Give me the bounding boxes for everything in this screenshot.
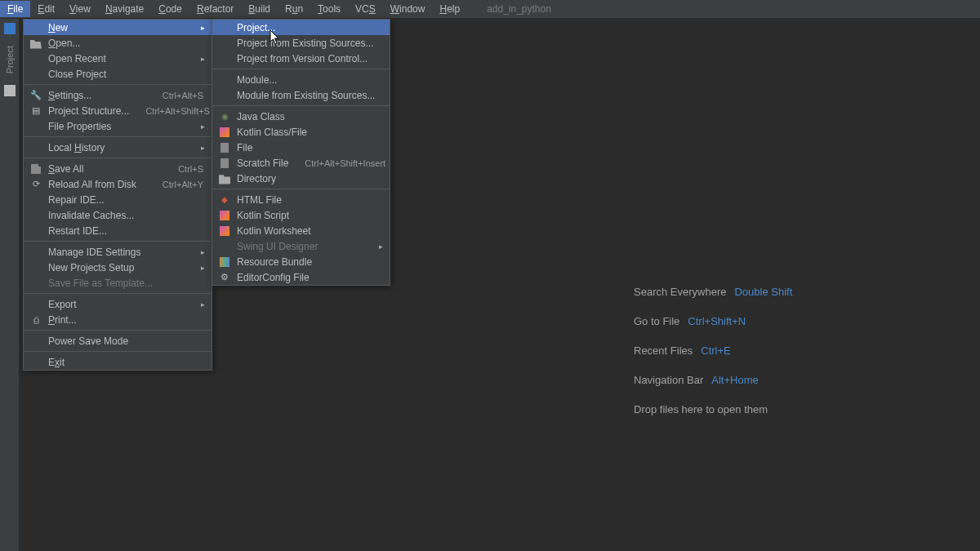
folder-icon[interactable] bbox=[4, 85, 16, 96]
menu-tools[interactable]: Tools bbox=[310, 1, 348, 17]
menu-view[interactable]: View bbox=[62, 1, 98, 17]
chevron-right-icon: ▸ bbox=[201, 24, 205, 32]
new-menu-item-kotlin-class-file[interactable]: Kotlin Class/File bbox=[212, 124, 390, 140]
wrench-icon: 🔧 bbox=[30, 90, 42, 101]
project-tool-icon[interactable] bbox=[4, 23, 16, 34]
menu-item-label: New bbox=[48, 22, 203, 33]
kotlin-icon bbox=[219, 210, 230, 221]
welcome-row: Drop files here to open them bbox=[634, 395, 792, 424]
separator bbox=[24, 136, 212, 137]
file-menu-item-save-all[interactable]: Save AllCtrl+S bbox=[24, 161, 212, 176]
menu-window[interactable]: Window bbox=[383, 1, 433, 17]
new-menu-item-html-file[interactable]: ◆HTML File bbox=[212, 192, 390, 207]
menu-item-label: Close Project bbox=[48, 69, 203, 80]
menu-edit[interactable]: Edit bbox=[30, 1, 62, 17]
file-menu-item-restart-ide[interactable]: Restart IDE... bbox=[24, 223, 212, 238]
welcome-row: Search EverywhereDouble Shift bbox=[634, 278, 792, 307]
html-icon: ◆ bbox=[219, 194, 230, 206]
menu-item-label: Scratch File bbox=[237, 158, 288, 169]
welcome-hints: Search EverywhereDouble ShiftGo to FileC… bbox=[634, 278, 792, 424]
new-menu-item-kotlin-script[interactable]: Kotlin Script bbox=[212, 207, 390, 223]
new-menu-item-project[interactable]: Project... bbox=[212, 20, 390, 35]
menu-vcs[interactable]: VCS bbox=[348, 1, 383, 17]
file-menu-item-export[interactable]: Export▸ bbox=[24, 296, 212, 312]
welcome-shortcut: Double Shift bbox=[734, 278, 792, 307]
separator bbox=[212, 69, 390, 69]
new-menu-item-project-from-version-control[interactable]: Project from Version Control... bbox=[212, 51, 390, 66]
file-menu-item-close-project[interactable]: Close Project bbox=[24, 66, 212, 82]
print-icon: ⎙ bbox=[30, 314, 42, 326]
menu-item-label: Resource Bundle bbox=[237, 256, 381, 268]
welcome-shortcut: Ctrl+Shift+N bbox=[688, 307, 746, 336]
menu-help[interactable]: Help bbox=[432, 1, 467, 17]
menu-item-label: Project Structure... bbox=[48, 105, 129, 117]
file-menu-item-new[interactable]: New▸ bbox=[24, 20, 212, 35]
project-tool-label[interactable]: Project bbox=[5, 46, 15, 73]
menu-run[interactable]: Run bbox=[278, 1, 310, 17]
file-menu-item-reload-all-from-disk[interactable]: ⟳Reload All from DiskCtrl+Alt+Y bbox=[24, 176, 212, 192]
menu-item-label: Settings... bbox=[48, 90, 146, 101]
welcome-text: Navigation Bar bbox=[634, 366, 703, 395]
new-menu-item-module-from-existing-sources[interactable]: Module from Existing Sources... bbox=[212, 87, 390, 103]
menu-item-label: Save All bbox=[48, 163, 162, 175]
file-menu-item-exit[interactable]: Exit bbox=[24, 354, 212, 370]
file-menu-item-invalidate-caches[interactable]: Invalidate Caches... bbox=[24, 207, 212, 223]
menu-file[interactable]: File bbox=[0, 1, 30, 17]
menu-item-label: Power Save Mode bbox=[48, 335, 203, 347]
file-menu-dropdown: New▸Open...Open Recent▸Close Project🔧Set… bbox=[23, 19, 212, 371]
chevron-right-icon: ▸ bbox=[201, 122, 205, 131]
shortcut: Ctrl+Alt+S bbox=[146, 91, 203, 100]
chevron-right-icon: ▸ bbox=[201, 144, 205, 152]
new-menu-item-scratch-file[interactable]: Scratch FileCtrl+Alt+Shift+Insert bbox=[212, 155, 390, 171]
file-icon bbox=[219, 158, 230, 169]
menu-item-label: Project... bbox=[237, 22, 381, 33]
new-menu-item-resource-bundle[interactable]: Resource Bundle bbox=[212, 254, 390, 269]
menu-item-label: Kotlin Class/File bbox=[237, 127, 381, 138]
file-menu-item-file-properties[interactable]: File Properties▸ bbox=[24, 118, 212, 134]
gear-icon: ⚙ bbox=[219, 272, 230, 283]
file-menu-item-open[interactable]: Open... bbox=[24, 35, 212, 51]
stack-icon: ▤ bbox=[30, 105, 42, 117]
chevron-right-icon: ▸ bbox=[201, 264, 205, 272]
new-menu-item-directory[interactable]: Directory bbox=[212, 171, 390, 186]
menu-build[interactable]: Build bbox=[241, 1, 278, 17]
menu-item-label: EditorConfig File bbox=[237, 272, 381, 283]
menu-item-label: Kotlin Script bbox=[237, 210, 381, 221]
kotlin-icon bbox=[219, 127, 230, 138]
menu-item-label: Module... bbox=[237, 74, 381, 86]
menu-item-label: Module from Existing Sources... bbox=[237, 90, 381, 101]
file-menu-item-local-history[interactable]: Local History▸ bbox=[24, 140, 212, 155]
separator bbox=[24, 351, 212, 352]
new-menu-item-editorconfig-file[interactable]: ⚙EditorConfig File bbox=[212, 269, 390, 285]
file-icon bbox=[219, 142, 230, 153]
new-menu-item-file[interactable]: File bbox=[212, 140, 390, 155]
file-menu-item-save-file-as-template: Save File as Template... bbox=[24, 275, 212, 291]
project-name: add_in_python bbox=[487, 3, 551, 15]
file-menu-item-project-structure[interactable]: ▤Project Structure...Ctrl+Alt+Shift+S bbox=[24, 103, 212, 118]
menu-item-label: Open Recent bbox=[48, 53, 203, 64]
file-menu-item-print[interactable]: ⎙Print... bbox=[24, 312, 212, 327]
file-menu-item-settings[interactable]: 🔧Settings...Ctrl+Alt+S bbox=[24, 87, 212, 103]
folder-open-icon bbox=[30, 38, 42, 49]
menu-item-label: Local History bbox=[48, 142, 203, 153]
new-menu-item-project-from-existing-sources[interactable]: Project from Existing Sources... bbox=[212, 35, 390, 51]
file-menu-item-power-save-mode[interactable]: Power Save Mode bbox=[24, 333, 212, 349]
menu-refactor[interactable]: Refactor bbox=[189, 1, 241, 17]
file-menu-item-repair-ide[interactable]: Repair IDE... bbox=[24, 192, 212, 207]
java-icon: ◉ bbox=[219, 111, 230, 122]
file-menu-item-manage-ide-settings[interactable]: Manage IDE Settings▸ bbox=[24, 244, 212, 260]
new-menu-item-swing-ui-designer: Swing UI Designer▸ bbox=[212, 238, 390, 254]
menu-item-label: Swing UI Designer bbox=[237, 241, 381, 252]
new-menu-item-java-class[interactable]: ◉Java Class bbox=[212, 109, 390, 124]
file-menu-item-open-recent[interactable]: Open Recent▸ bbox=[24, 51, 212, 66]
file-menu-item-new-projects-setup[interactable]: New Projects Setup▸ bbox=[24, 260, 212, 275]
shortcut: Ctrl+S bbox=[162, 164, 203, 174]
menu-code[interactable]: Code bbox=[151, 1, 189, 17]
welcome-text: Search Everywhere bbox=[634, 278, 726, 307]
separator bbox=[24, 158, 212, 158]
new-submenu-dropdown: Project...Project from Existing Sources.… bbox=[212, 19, 390, 286]
menu-item-label: Repair IDE... bbox=[48, 194, 203, 206]
menu-navigate[interactable]: Navigate bbox=[98, 1, 151, 17]
new-menu-item-kotlin-worksheet[interactable]: Kotlin Worksheet bbox=[212, 223, 390, 238]
new-menu-item-module[interactable]: Module... bbox=[212, 72, 390, 87]
